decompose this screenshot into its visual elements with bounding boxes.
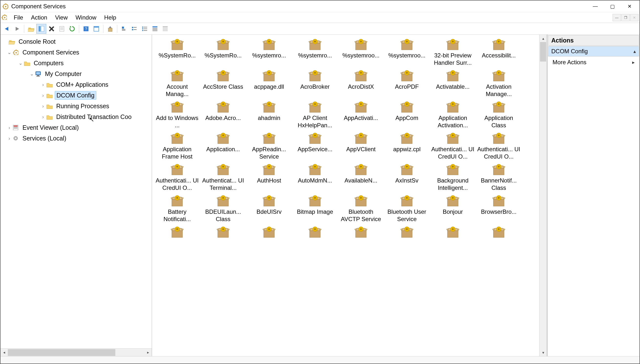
view-large-button[interactable] — [119, 24, 129, 34]
dcom-item[interactable]: %systemroo... — [384, 37, 430, 68]
dcom-item[interactable]: Activatable... — [430, 68, 476, 99]
dcom-item[interactable]: AcroPDF — [384, 68, 430, 99]
dcom-item[interactable]: Add to Windows ... — [154, 100, 200, 130]
tree-node-running-processes[interactable]: Running Processes — [0, 101, 152, 112]
menu-action[interactable]: Action — [27, 13, 51, 22]
dcom-item[interactable]: Authenticat... UI Terminal... — [200, 162, 246, 192]
dcom-item[interactable]: ahadmin — [246, 100, 292, 130]
dcom-item[interactable]: AuthHost — [246, 162, 292, 192]
view-status-button[interactable] — [160, 24, 170, 34]
dcom-item[interactable]: AxInstSv — [384, 162, 430, 192]
tree-node-dcom-config[interactable]: DCOM Config — [0, 90, 152, 101]
dcom-item[interactable] — [292, 225, 338, 240]
dcom-item[interactable]: Accessibilit... — [476, 37, 522, 68]
dcom-item[interactable]: Bitmap Image — [292, 194, 338, 224]
nav-forward-button[interactable] — [12, 24, 22, 34]
dcom-item[interactable]: Authenticati... UI CredUI O... — [154, 162, 200, 192]
tree-node-com-plus[interactable]: COM+ Applications — [0, 79, 152, 90]
up-level-button[interactable] — [26, 24, 36, 34]
dcom-item[interactable]: Application... — [200, 131, 246, 161]
minimize-button[interactable]: — — [587, 1, 604, 12]
view-list-button[interactable] — [140, 24, 150, 34]
dcom-item[interactable]: %systemro... — [292, 37, 338, 68]
maximize-button[interactable]: ▢ — [604, 1, 621, 12]
view-detail-button[interactable] — [150, 24, 160, 34]
tree-node-computers[interactable]: Computers — [0, 58, 152, 68]
nav-back-button[interactable] — [2, 24, 12, 34]
mdi-restore-button[interactable]: ❐ — [622, 14, 630, 21]
more-actions-item[interactable]: More Actions ▸ — [548, 56, 640, 68]
dcom-item[interactable]: AP Client HxHelpPan... — [292, 100, 338, 130]
mdi-close-button[interactable]: ✕ — [630, 14, 638, 21]
dcom-item[interactable]: Application Activation... — [430, 100, 476, 130]
dcom-item[interactable]: Battery Notificati... — [154, 194, 200, 224]
properties-button[interactable] — [57, 24, 67, 34]
dcom-item[interactable]: AppVClient — [338, 131, 384, 161]
tree-node-services[interactable]: Services (Local) — [0, 133, 152, 144]
dcom-item[interactable]: 32-bit Preview Handler Surr... — [430, 37, 476, 68]
dcom-item[interactable]: %SystemRo... — [200, 37, 246, 68]
dcom-item[interactable]: Application Frame Host — [154, 131, 200, 161]
dcom-item[interactable]: AccStore Class — [200, 68, 246, 99]
scroll-left-icon[interactable]: ◂ — [0, 349, 8, 356]
dcom-item[interactable]: BrowserBro... — [476, 194, 522, 224]
dcom-item[interactable]: Authenticati... UI CredUI O... — [476, 131, 522, 161]
dcom-item[interactable] — [430, 225, 476, 240]
menu-file[interactable]: File — [10, 13, 27, 22]
menu-window[interactable]: Window — [72, 13, 100, 22]
dcom-item[interactable]: AutoMdmN... — [292, 162, 338, 192]
new-window-button[interactable] — [92, 24, 101, 34]
scroll-thumb[interactable] — [8, 349, 115, 356]
dcom-item[interactable]: Adobe.Acro... — [200, 100, 246, 130]
tree-node-component-services[interactable]: Component Services — [0, 47, 152, 58]
close-button[interactable]: ✕ — [621, 1, 638, 12]
dcom-item[interactable]: AppCom — [384, 100, 430, 130]
delete-button[interactable] — [47, 24, 56, 34]
show-tree-button[interactable] — [36, 24, 46, 34]
dcom-item[interactable]: appwiz.cpl — [384, 131, 430, 161]
dcom-item[interactable]: Authenticati... UI CredUI O... — [430, 131, 476, 161]
tree-horizontal-scrollbar[interactable]: ◂ ▸ — [0, 348, 152, 356]
tree-node-my-computer[interactable]: My Computer — [0, 68, 152, 79]
dcom-item[interactable]: Bluetooth User Service — [384, 194, 430, 224]
tree-node-dtc[interactable]: Distributed Transaction Coo — [0, 112, 152, 122]
dcom-item[interactable]: AcroDistX — [338, 68, 384, 99]
export-button[interactable] — [105, 24, 115, 34]
dcom-item[interactable] — [154, 225, 200, 240]
scroll-right-icon[interactable]: ▸ — [144, 349, 152, 356]
menu-view[interactable]: View — [51, 13, 72, 22]
scroll-down-icon[interactable]: ▾ — [540, 349, 547, 356]
dcom-item[interactable] — [338, 225, 384, 240]
dcom-item[interactable] — [200, 225, 246, 240]
dcom-item[interactable]: Background Intelligent... — [430, 162, 476, 192]
refresh-button[interactable] — [67, 24, 77, 34]
dcom-item[interactable]: AcroBroker — [292, 68, 338, 99]
dcom-item[interactable] — [246, 225, 292, 240]
dcom-item[interactable] — [476, 225, 522, 240]
dcom-item[interactable]: Bonjour — [430, 194, 476, 224]
tree-node-event-viewer[interactable]: Event Viewer (Local) — [0, 122, 152, 133]
scroll-up-icon[interactable]: ▴ — [540, 35, 547, 42]
dcom-item[interactable]: BDEUILaun... Class — [200, 194, 246, 224]
dcom-item[interactable]: %systemro... — [246, 37, 292, 68]
dcom-item[interactable]: AppReadin... Service — [246, 131, 292, 161]
dcom-item[interactable]: acppage.dll — [246, 68, 292, 99]
dcom-item[interactable]: %SystemRo... — [154, 37, 200, 68]
view-small-button[interactable] — [130, 24, 139, 34]
dcom-item[interactable]: Application Class — [476, 100, 522, 130]
dcom-item[interactable]: BdeUISrv — [246, 194, 292, 224]
dcom-item[interactable]: AppActivati... — [338, 100, 384, 130]
dcom-item[interactable]: Account Manag... — [154, 68, 200, 99]
vertical-scrollbar[interactable]: ▴ ▾ — [539, 35, 547, 356]
dcom-item[interactable]: BannerNotif... Class — [476, 162, 522, 192]
menu-help[interactable]: Help — [100, 13, 120, 22]
actions-section-header[interactable]: DCOM Config ▴ — [548, 46, 639, 56]
dcom-item[interactable] — [384, 225, 430, 240]
dcom-item[interactable]: Bluetooth AVCTP Service — [338, 194, 384, 224]
tree-node-console-root[interactable]: Console Root — [0, 36, 152, 47]
dcom-item[interactable]: AvailableN... — [338, 162, 384, 192]
scroll-thumb[interactable] — [540, 42, 546, 62]
mdi-minimize-button[interactable]: — — [613, 14, 621, 21]
dcom-item[interactable]: %systemroo... — [338, 37, 384, 68]
dcom-item[interactable]: Activation Manage... — [476, 68, 522, 99]
